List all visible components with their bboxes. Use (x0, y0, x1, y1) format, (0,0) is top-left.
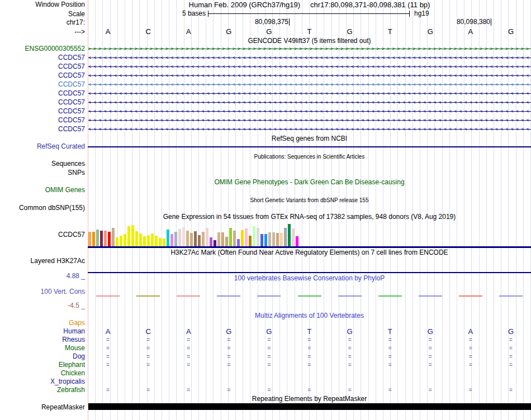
human-base-letter: G (226, 328, 231, 335)
gtex-bar[interactable] (100, 231, 103, 246)
publications-track-header[interactable]: Publications: Sequences in Scientific Ar… (88, 153, 531, 160)
gtex-bar[interactable] (88, 232, 91, 246)
gtex-bar[interactable] (245, 228, 248, 246)
h3k27ac-track-header[interactable]: H3K27Ac Mark (Often Found Near Active Re… (88, 249, 531, 256)
gene-row-arrows[interactable]: <<<<<<<<<<<<<<<<<<<<<<<<<<<<<<<<<<<<<<<<… (88, 108, 531, 115)
gtex-bar[interactable] (159, 238, 162, 246)
alignment-match-mark: = (267, 345, 271, 352)
conservation-dash (298, 295, 321, 297)
gtex-bar[interactable] (296, 236, 298, 246)
conservation-dash (338, 295, 362, 297)
gtex-bar[interactable] (92, 232, 95, 246)
gtex-bar[interactable] (167, 230, 169, 246)
gtex-bar[interactable] (288, 224, 291, 246)
repeatmasker-element[interactable] (88, 403, 531, 410)
gtex-bar[interactable] (284, 228, 287, 246)
gene-row-arrows[interactable]: <<<<<<<<<<<<<<<<<<<<<<<<<<<<<<<<<<<<<<<<… (88, 72, 531, 79)
gtex-bar[interactable] (186, 231, 189, 246)
gtex-bar[interactable] (260, 234, 263, 246)
gtex-bar[interactable] (190, 233, 193, 246)
gtex-expression-barchart[interactable] (88, 223, 301, 246)
human-base-letter: A (468, 328, 473, 335)
gtex-bar[interactable] (127, 226, 130, 246)
gtex-bar[interactable] (280, 233, 283, 246)
gene-row-arrows[interactable]: <<<<<<<<<<<<<<<<<<<<<<<<<<<<<<<<<<<<<<<<… (88, 81, 531, 88)
gtex-bar[interactable] (163, 238, 165, 246)
gene-row-arrows[interactable]: <<<<<<<<<<<<<<<<<<<<<<<<<<<<<<<<<<<<<<<<… (88, 54, 531, 61)
gtex-bar[interactable] (292, 228, 295, 246)
gtex-bar[interactable] (174, 232, 177, 246)
gtex-bar[interactable] (210, 237, 212, 246)
gtex-bar[interactable] (178, 229, 181, 246)
gtex-bar[interactable] (96, 230, 99, 246)
gtex-bar[interactable] (253, 226, 255, 246)
gtex-bar[interactable] (221, 232, 224, 246)
gtex-bar[interactable] (264, 234, 267, 246)
omim-track-header[interactable]: OMIM Gene Phenotypes - Dark Green Can Be… (88, 179, 531, 186)
gtex-bar[interactable] (268, 232, 271, 246)
refseq-track-header[interactable]: RefSeq genes from NCBI (88, 135, 531, 142)
alignment-match-mark: = (267, 336, 271, 343)
gtex-bar[interactable] (155, 236, 158, 246)
gtex-bar[interactable] (214, 240, 216, 246)
alignment-match-mark: = (388, 386, 392, 394)
alignment-match-mark: = (267, 353, 271, 360)
alignment-match-mark: = (267, 361, 271, 369)
gtex-bar[interactable] (151, 233, 154, 246)
gtex-track-baseline (88, 246, 531, 248)
gtex-bar[interactable] (182, 227, 185, 246)
gtex-bar[interactable] (108, 232, 111, 246)
coordinate-tick-375[interactable]: 80,098,375 (222, 18, 290, 26)
gtex-bar[interactable] (124, 234, 126, 246)
gtex-bar[interactable] (104, 231, 107, 246)
gtex-bar[interactable] (217, 232, 220, 246)
conservation-dash (378, 295, 402, 297)
gtex-bar[interactable] (147, 235, 150, 246)
repeatmasker-track-header[interactable]: Repeating Elements by RepeatMasker (88, 395, 531, 403)
coordinate-tick-380[interactable]: 80,098,380 (424, 18, 491, 26)
gtex-bar[interactable] (194, 231, 197, 246)
conservation-track-header[interactable]: 100 vertebrates Basewise Conservation by… (88, 275, 531, 282)
gtex-bar[interactable] (116, 237, 118, 246)
base-letter: G (428, 28, 433, 35)
gencode-track-header[interactable]: GENCODE V49lift37 (5 items filtered out) (88, 37, 531, 45)
human-base-letter: A (186, 328, 191, 335)
alignment-match-mark: = (308, 353, 311, 360)
refseq-curated-element[interactable] (88, 146, 531, 147)
gtex-bar[interactable] (276, 233, 279, 246)
human-base-letter: G (266, 328, 272, 335)
gtex-bar[interactable] (233, 231, 236, 246)
gtex-bar[interactable] (249, 236, 252, 246)
dbsnp-track-header[interactable]: Short Genetic Variants from dbSNP releas… (88, 197, 531, 204)
sequences-label: Sequences (51, 160, 85, 168)
gtex-bar[interactable] (257, 228, 259, 246)
gtex-bar[interactable] (131, 225, 134, 246)
gtex-bar[interactable] (139, 233, 142, 246)
gtex-bar[interactable] (241, 230, 244, 246)
gene-row-arrows[interactable]: <<<<<<<<<<<<<<<<<<<<<<<<<<<<<<<<<<<<<<<<… (88, 126, 531, 133)
alignment-match-mark: = (469, 345, 472, 352)
gtex-bar[interactable] (202, 232, 205, 246)
gtex-track-header[interactable]: Gene Expression in 54 tissues from GTEx … (88, 213, 531, 221)
gtex-bar[interactable] (112, 228, 115, 246)
gene-row-arrows[interactable]: <<<<<<<<<<<<<<<<<<<<<<<<<<<<<<<<<<<<<<<<… (88, 99, 531, 106)
species-label: Mouse (65, 345, 85, 352)
gtex-bar[interactable] (170, 234, 173, 246)
gene-label: CCDC57 (58, 108, 85, 115)
gtex-bar[interactable] (135, 231, 138, 246)
gtex-bar[interactable] (143, 236, 146, 246)
gtex-bar[interactable] (198, 235, 201, 246)
gtex-bar[interactable] (206, 228, 208, 246)
gtex-bar[interactable] (120, 236, 122, 246)
gene-row-arrows[interactable]: <<<<<<<<<<<<<<<<<<<<<<<<<<<<<<<<<<<<<<<<… (88, 63, 531, 70)
gene-row-arrows[interactable]: <<<<<<<<<<<<<<<<<<<<<<<<<<<<<<<<<<<<<<<<… (88, 117, 531, 124)
gtex-bar[interactable] (237, 239, 240, 246)
alignment-match-mark: = (348, 353, 352, 360)
gtex-bar[interactable] (225, 237, 228, 246)
human-base-letter: G (508, 328, 514, 335)
gene-row-arrows[interactable]: <<<<<<<<<<<<<<<<<<<<<<<<<<<<<<<<<<<<<<<<… (88, 90, 531, 97)
gtex-bar[interactable] (229, 228, 232, 246)
gene-row-arrows[interactable]: >>>>>>>>>>>>>>>>>>>>>>>>>>>>>>>>>>>>>>>>… (88, 45, 531, 52)
multiz-track-header[interactable]: Multiz Alignments of 100 Vertebrates (88, 312, 531, 319)
gtex-bar[interactable] (272, 232, 275, 246)
